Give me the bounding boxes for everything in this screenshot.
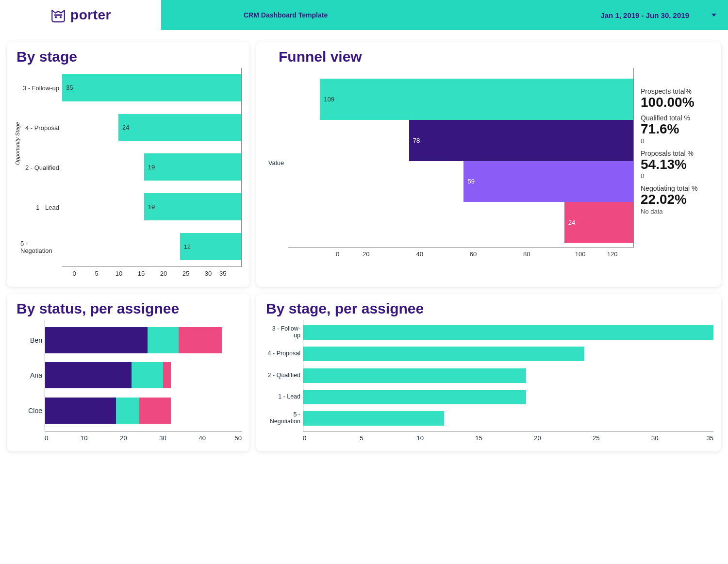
funnel-metrics: Prospects total%100.00%Qualified total %… bbox=[641, 68, 713, 258]
bar-segment bbox=[163, 362, 171, 388]
date-range-text: Jan 1, 2019 - Jun 30, 2019 bbox=[600, 11, 689, 19]
x-tick: 10 bbox=[108, 270, 130, 277]
x-tick: 10 bbox=[391, 434, 449, 442]
metric-value: 71.6% bbox=[641, 122, 713, 136]
bar-segment bbox=[45, 362, 132, 388]
svg-rect-2 bbox=[54, 15, 63, 16]
bar-segment bbox=[179, 327, 222, 353]
category-label: 3 - Follow-up bbox=[20, 68, 62, 108]
card-title: Funnel view bbox=[279, 49, 713, 65]
category-label: 1 - Lead bbox=[265, 394, 300, 400]
x-tick: 100 bbox=[554, 250, 607, 258]
metric-label: Prospects total% bbox=[641, 87, 713, 95]
x-tick: 30 bbox=[626, 434, 684, 442]
metric-label: Qualified total % bbox=[641, 114, 713, 122]
bar bbox=[303, 390, 526, 404]
date-range-picker[interactable]: Jan 1, 2019 - Jun 30, 2019 bbox=[600, 11, 689, 19]
x-tick: 0 bbox=[313, 250, 339, 258]
stacked-bar bbox=[45, 327, 242, 353]
bar bbox=[303, 347, 584, 361]
x-tick: 25 bbox=[567, 434, 626, 442]
x-tick: 20 bbox=[104, 434, 143, 442]
stacked-bar-chart-area: BenAnaCloe bbox=[45, 320, 242, 431]
category-label: 5 - Negotiation bbox=[20, 227, 62, 267]
card-title: By status, per assignee bbox=[17, 300, 242, 317]
x-axis-ticks: 05101520253035 bbox=[303, 434, 713, 442]
bar: 19 bbox=[144, 153, 241, 181]
bar: 24 bbox=[118, 114, 241, 141]
x-tick: 5 bbox=[332, 434, 391, 442]
porter-cat-icon bbox=[50, 7, 66, 23]
metric-subtext: 0 bbox=[641, 137, 713, 145]
funnel-bar: 24 bbox=[564, 202, 633, 243]
card-by-stage-assignee: By stage, per assignee 3 - Follow-up4 - … bbox=[256, 294, 721, 451]
category-label: 4 - Proposal bbox=[20, 108, 62, 148]
x-tick: 35 bbox=[684, 434, 713, 442]
x-tick: 0 bbox=[63, 270, 85, 277]
bar-segment bbox=[139, 398, 171, 424]
header: porter CRM Dashboard Template Jan 1, 201… bbox=[0, 0, 728, 30]
bar-segment bbox=[45, 327, 148, 353]
category-label: 3 - Follow-up bbox=[265, 326, 300, 339]
metric-label: Proposals total % bbox=[641, 149, 713, 157]
bar: 35 bbox=[62, 74, 241, 101]
brand-logo[interactable]: porter bbox=[50, 7, 111, 23]
funnel-bar: 59 bbox=[463, 161, 633, 202]
metric: Prospects total%100.00% bbox=[641, 87, 713, 109]
bar-segment bbox=[148, 327, 179, 353]
metric-subtext: No data bbox=[641, 208, 713, 215]
category-label: Cloe bbox=[16, 407, 42, 415]
card-title: By stage bbox=[17, 49, 242, 65]
card-title: By stage, per assignee bbox=[266, 300, 713, 317]
bar-segment bbox=[132, 362, 163, 388]
svg-point-0 bbox=[55, 16, 57, 18]
x-axis-ticks: 35302520151050 bbox=[62, 270, 242, 277]
x-tick: 20 bbox=[508, 434, 567, 442]
x-tick: 20 bbox=[339, 250, 393, 258]
x-tick: 40 bbox=[182, 434, 222, 442]
stacked-bar bbox=[45, 398, 242, 424]
logo-box: porter bbox=[0, 0, 161, 30]
x-tick: 30 bbox=[143, 434, 182, 442]
metric: Proposals total %54.13%0 bbox=[641, 149, 713, 180]
metric-value: 22.02% bbox=[641, 192, 713, 206]
x-tick: 80 bbox=[500, 250, 553, 258]
metric-value: 100.00% bbox=[641, 95, 713, 109]
bar: 12 bbox=[180, 233, 242, 260]
x-tick: 15 bbox=[449, 434, 508, 442]
y-axis-label: Value bbox=[264, 68, 288, 258]
bar-segment bbox=[45, 398, 116, 424]
x-tick: 25 bbox=[175, 270, 197, 277]
x-tick: 0 bbox=[45, 434, 65, 442]
x-tick: 50 bbox=[222, 434, 242, 442]
x-tick: 120 bbox=[607, 250, 634, 258]
category-label: 2 - Qualified bbox=[20, 148, 62, 187]
y-axis-label: Opportunity Stage bbox=[15, 68, 20, 277]
chevron-down-icon bbox=[711, 14, 716, 17]
metric-value: 54.13% bbox=[641, 157, 713, 171]
x-tick: 40 bbox=[393, 250, 447, 258]
x-tick: 35 bbox=[219, 270, 242, 277]
bar bbox=[303, 368, 526, 383]
funnel-chart-area: 109785924 bbox=[288, 68, 634, 248]
card-funnel: Funnel view Value 109785924 120100806040… bbox=[256, 42, 721, 287]
svg-point-1 bbox=[60, 16, 62, 18]
x-tick: 60 bbox=[447, 250, 500, 258]
x-tick: 20 bbox=[152, 270, 175, 277]
x-tick: 30 bbox=[197, 270, 219, 277]
y-axis-ticks: 3 - Follow-up4 - Proposal2 - Qualified1 … bbox=[20, 68, 62, 267]
x-tick: 5 bbox=[85, 270, 108, 277]
card-by-stage: By stage Opportunity Stage 3 - Follow-up… bbox=[7, 42, 249, 287]
funnel-bar: 109 bbox=[320, 79, 633, 120]
x-axis-ticks: 01020304050 bbox=[45, 434, 242, 442]
x-tick: 15 bbox=[130, 270, 152, 277]
funnel-bar: 78 bbox=[409, 120, 633, 161]
metric: Qualified total %71.6%0 bbox=[641, 114, 713, 144]
header-main: CRM Dashboard Template Jan 1, 2019 - Jun… bbox=[161, 0, 728, 30]
bar-chart-area: 3524191912 bbox=[62, 68, 242, 267]
metric: Negotiating total %22.02%No data bbox=[641, 184, 713, 215]
category-label: Ben bbox=[16, 336, 42, 344]
category-label: 2 - Qualified bbox=[265, 372, 300, 379]
stacked-bar bbox=[45, 362, 242, 388]
x-axis-ticks: 120100806040200 bbox=[288, 250, 634, 258]
